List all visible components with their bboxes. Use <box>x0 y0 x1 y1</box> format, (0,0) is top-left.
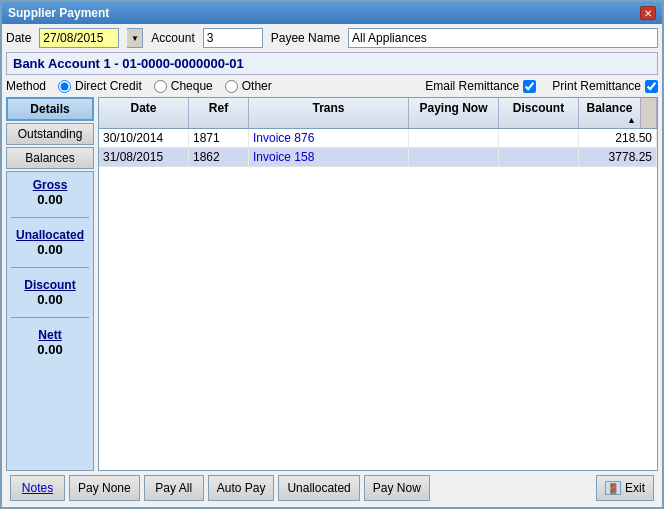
discount-stat: Discount 0.00 <box>11 278 89 307</box>
discount-value: 0.00 <box>11 292 89 307</box>
notes-button[interactable]: Notes <box>10 475 65 501</box>
table-row[interactable]: 31/08/2015 1862 Invoice 158 3778.25 <box>99 148 657 167</box>
stats-panel: Gross 0.00 Unallocated 0.00 Discount 0.0… <box>6 171 94 471</box>
cell-ref-1: 1862 <box>189 148 249 166</box>
email-remittance-group[interactable]: Email Remittance <box>425 79 536 93</box>
cell-balance-1: 3778.25 <box>579 148 657 166</box>
title-bar: Supplier Payment ✕ <box>2 2 662 24</box>
cell-trans-1[interactable]: Invoice 158 <box>249 148 409 166</box>
cell-discount-1 <box>499 148 579 166</box>
gross-value: 0.00 <box>11 192 89 207</box>
unallocated-stat: Unallocated 0.00 <box>11 228 89 257</box>
cell-paying-0[interactable] <box>409 129 499 147</box>
exit-label: Exit <box>625 481 645 495</box>
account-input[interactable] <box>203 28 263 48</box>
account-label: Account <box>151 31 194 45</box>
unallocated-label[interactable]: Unallocated <box>11 228 89 242</box>
print-remittance-label: Print Remittance <box>552 79 641 93</box>
col-paying[interactable]: Paying Now <box>409 98 499 128</box>
close-button[interactable]: ✕ <box>640 6 656 20</box>
radio-cheque-input[interactable] <box>154 80 167 93</box>
pay-now-button[interactable]: Pay Now <box>364 475 430 501</box>
col-date[interactable]: Date <box>99 98 189 128</box>
radio-direct-credit-input[interactable] <box>58 80 71 93</box>
tab-details[interactable]: Details <box>6 97 94 121</box>
cell-ref-0: 1871 <box>189 129 249 147</box>
radio-cheque[interactable]: Cheque <box>154 79 213 93</box>
date-label: Date <box>6 31 31 45</box>
date-input[interactable] <box>39 28 119 48</box>
col-balance[interactable]: Balance ▲ <box>579 98 641 128</box>
bottom-bar: Notes Pay None Pay All Auto Pay Unalloca… <box>6 471 658 503</box>
radio-other-label: Other <box>242 79 272 93</box>
table-area: Date Ref Trans Paying Now Discount <box>98 97 658 471</box>
payee-label: Payee Name <box>271 31 340 45</box>
cell-paying-1[interactable] <box>409 148 499 166</box>
method-left: Method Direct Credit Cheque Other <box>6 79 272 93</box>
col-discount[interactable]: Discount <box>499 98 579 128</box>
window-title: Supplier Payment <box>8 6 109 20</box>
cell-balance-0: 218.50 <box>579 129 657 147</box>
bank-account-bar: Bank Account 1 - 01-0000-0000000-01 <box>6 52 658 75</box>
radio-direct-credit-label: Direct Credit <box>75 79 142 93</box>
nett-value: 0.00 <box>11 342 89 357</box>
main-window: Supplier Payment ✕ Date ▼ Account Payee … <box>0 0 664 509</box>
cell-trans-0[interactable]: Invoice 876 <box>249 129 409 147</box>
table-body[interactable]: 30/10/2014 1871 Invoice 876 218.50 31/08… <box>99 129 657 470</box>
method-right: Email Remittance Print Remittance <box>425 79 658 93</box>
table-header: Date Ref Trans Paying Now Discount <box>99 98 657 129</box>
nett-stat: Nett 0.00 <box>11 328 89 357</box>
pay-none-button[interactable]: Pay None <box>69 475 140 501</box>
left-panel: Details Outstanding Balances Gross 0.00 … <box>6 97 94 471</box>
payee-input[interactable] <box>348 28 658 48</box>
divider-3 <box>11 317 89 318</box>
gross-stat: Gross 0.00 <box>11 178 89 207</box>
email-remittance-checkbox[interactable] <box>523 80 536 93</box>
cell-date-1: 31/08/2015 <box>99 148 189 166</box>
print-remittance-checkbox[interactable] <box>645 80 658 93</box>
tab-balances[interactable]: Balances <box>6 147 94 169</box>
cell-date-0: 30/10/2014 <box>99 129 189 147</box>
exit-icon: 🚪 <box>605 481 621 495</box>
col-ref[interactable]: Ref <box>189 98 249 128</box>
gross-label[interactable]: Gross <box>11 178 89 192</box>
header-scroll-spacer <box>641 98 657 128</box>
auto-pay-button[interactable]: Auto Pay <box>208 475 275 501</box>
nett-label[interactable]: Nett <box>11 328 89 342</box>
radio-other-input[interactable] <box>225 80 238 93</box>
radio-direct-credit[interactable]: Direct Credit <box>58 79 142 93</box>
exit-button[interactable]: 🚪 Exit <box>596 475 654 501</box>
method-row: Method Direct Credit Cheque Other Email … <box>6 79 658 93</box>
print-remittance-group[interactable]: Print Remittance <box>552 79 658 93</box>
divider-1 <box>11 217 89 218</box>
table-row[interactable]: 30/10/2014 1871 Invoice 876 218.50 <box>99 129 657 148</box>
date-dropdown-button[interactable]: ▼ <box>127 28 143 48</box>
content-area: Date ▼ Account Payee Name Bank Account 1… <box>2 24 662 507</box>
email-remittance-label: Email Remittance <box>425 79 519 93</box>
top-row: Date ▼ Account Payee Name <box>6 28 658 48</box>
radio-other[interactable]: Other <box>225 79 272 93</box>
discount-label[interactable]: Discount <box>11 278 89 292</box>
sort-arrow-icon: ▲ <box>627 115 636 125</box>
method-label: Method <box>6 79 46 93</box>
cell-discount-0 <box>499 129 579 147</box>
unallocated-value: 0.00 <box>11 242 89 257</box>
radio-cheque-label: Cheque <box>171 79 213 93</box>
unallocated-button[interactable]: Unallocated <box>278 475 359 501</box>
pay-all-button[interactable]: Pay All <box>144 475 204 501</box>
divider-2 <box>11 267 89 268</box>
main-area: Details Outstanding Balances Gross 0.00 … <box>6 97 658 471</box>
col-trans[interactable]: Trans <box>249 98 409 128</box>
tab-outstanding[interactable]: Outstanding <box>6 123 94 145</box>
